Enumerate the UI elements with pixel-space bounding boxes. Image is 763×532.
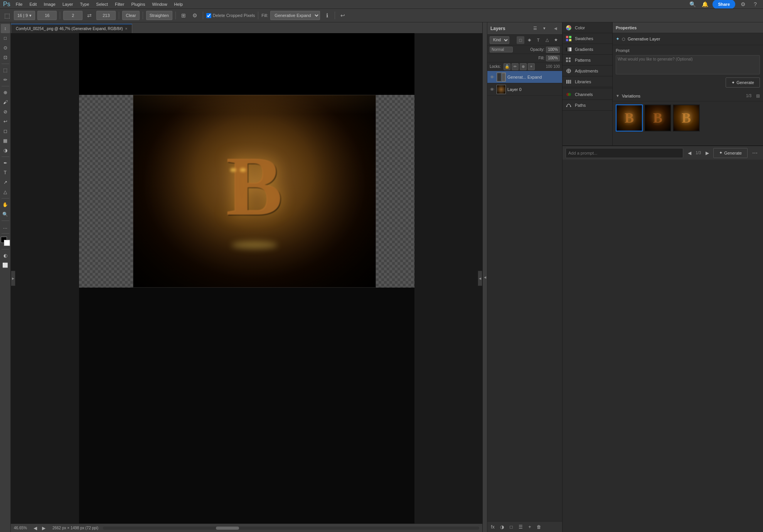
fill-input[interactable] <box>546 55 560 61</box>
search-btn[interactable]: 🔍 <box>688 0 697 9</box>
filter-type-icon[interactable]: T <box>534 36 542 44</box>
variations-grid-icon[interactable]: ⊞ <box>756 93 760 99</box>
healing-tool[interactable]: ⊕ <box>1 88 10 97</box>
bottom-nav-left[interactable]: ◀ <box>686 149 693 157</box>
layer-delete-btn[interactable]: 🗑 <box>535 523 543 531</box>
share-button[interactable]: Share <box>712 0 735 9</box>
layer-fx-btn[interactable]: fx <box>489 523 497 531</box>
clone-tool[interactable]: ⊘ <box>1 107 10 116</box>
zoom-tool[interactable]: 🔍 <box>1 210 10 219</box>
notifications-btn[interactable]: 🔔 <box>700 0 709 9</box>
layer-mask-btn[interactable]: □ <box>507 523 515 531</box>
panel-color[interactable]: Color <box>563 22 612 33</box>
quick-mask-tool[interactable]: ◐ <box>1 251 10 260</box>
selection-tool[interactable]: □ <box>1 34 10 43</box>
layer-new-btn[interactable]: + <box>526 523 534 531</box>
lock-pixels-btn[interactable]: ✏ <box>512 63 519 70</box>
bottom-generate-button[interactable]: ✦ Generate <box>713 148 748 158</box>
grid-icon[interactable]: ⊞ <box>179 11 188 20</box>
panel-libraries[interactable]: Libraries <box>563 76 612 87</box>
background-color[interactable] <box>4 240 10 246</box>
panel-channels[interactable]: Channels <box>563 89 612 100</box>
panel-gradients[interactable]: Gradients <box>563 44 612 55</box>
extra-tools[interactable]: … <box>1 222 10 232</box>
panel-paths[interactable]: Paths <box>563 100 612 111</box>
menu-window[interactable]: Window <box>149 1 170 7</box>
object-select-tool[interactable]: ⊡ <box>1 53 10 62</box>
lock-artboard-btn[interactable]: + <box>528 63 535 70</box>
reset-icon[interactable]: ↩ <box>338 11 347 20</box>
info-icon[interactable]: ℹ <box>322 11 332 20</box>
bottom-prompt-input[interactable] <box>566 148 683 158</box>
history-brush-tool[interactable]: ↩ <box>1 117 10 126</box>
variation-thumb-3[interactable]: B <box>673 104 700 131</box>
menu-help[interactable]: Help <box>171 1 186 7</box>
path-select-tool[interactable]: ↗ <box>1 178 10 187</box>
pen-tool[interactable]: ✒ <box>1 158 10 168</box>
hand-tool[interactable]: ✋ <box>1 200 10 209</box>
properties-generate-button[interactable]: ✦ Generate <box>726 77 760 88</box>
eraser-tool[interactable]: ◻ <box>1 126 10 136</box>
menu-type[interactable]: Type <box>77 1 92 7</box>
scroll-thumb[interactable] <box>216 527 239 530</box>
crop-tool-icon[interactable]: ⬚ <box>2 11 12 20</box>
filter-adjustment-icon[interactable]: ◈ <box>526 36 533 44</box>
straighten-button[interactable]: Straighten <box>146 11 172 20</box>
layers-collapse-btn[interactable]: ◀ <box>552 25 559 32</box>
lock-transparent-btn[interactable]: 🔒 <box>504 63 510 70</box>
layers-menu-icon[interactable]: ☰ <box>531 25 539 32</box>
rotation-input[interactable] <box>96 11 116 20</box>
collapse-left-btn[interactable]: ▶ <box>11 271 15 286</box>
text-tool[interactable]: T <box>1 168 10 177</box>
settings-btn[interactable]: ⚙ <box>738 0 748 9</box>
variations-toggle-icon[interactable]: ▼ <box>616 94 620 98</box>
panel-swatches[interactable]: Swatches <box>563 33 612 44</box>
dodge-tool[interactable]: ◑ <box>1 146 10 155</box>
collapse-panels-btn[interactable]: ◀ <box>483 22 487 532</box>
width-input[interactable] <box>37 11 57 20</box>
filter-shape-icon[interactable]: △ <box>543 36 551 44</box>
help-btn[interactable]: ? <box>751 0 760 9</box>
menu-edit[interactable]: Edit <box>26 1 40 7</box>
nav-right-btn[interactable]: ▶ <box>40 524 48 532</box>
move-tool[interactable]: ↕ <box>1 24 10 33</box>
bottom-more-button[interactable]: ⋯ <box>750 148 760 158</box>
ratio-dropdown[interactable]: 16 | 9 ▾ <box>14 11 35 20</box>
collapse-right-btn[interactable]: ◀ <box>478 271 482 286</box>
variation-thumb-1[interactable]: B <box>616 104 643 131</box>
menu-image[interactable]: Image <box>40 1 59 7</box>
layers-collapse-icon[interactable]: ▾ <box>541 25 548 32</box>
layer-group-btn[interactable]: ☰ <box>517 523 524 531</box>
clear-button[interactable]: Clear <box>122 11 139 20</box>
tab-close-btn[interactable]: × <box>125 27 128 31</box>
filter-smart-icon[interactable]: ★ <box>552 36 560 44</box>
height-input[interactable] <box>63 11 83 20</box>
filter-pixel-icon[interactable]: □ <box>517 36 524 44</box>
horizontal-scrollbar[interactable] <box>103 527 479 530</box>
gradient-tool[interactable]: ▦ <box>1 136 10 145</box>
menu-layer[interactable]: Layer <box>59 1 76 7</box>
nav-left-btn[interactable]: ◀ <box>32 524 39 532</box>
menu-select[interactable]: Select <box>93 1 111 7</box>
eyedropper-tool[interactable]: ✏ <box>1 75 10 84</box>
lasso-tool[interactable]: ⊙ <box>1 43 10 52</box>
layer-vis-1[interactable]: 👁 <box>489 75 495 79</box>
shape-tool[interactable]: △ <box>1 187 10 197</box>
layer-item-generative[interactable]: 👁 Generat... Expand <box>487 71 562 83</box>
layers-kind-select[interactable]: Kind <box>490 36 509 44</box>
variation-thumb-2[interactable]: B <box>644 104 671 131</box>
swap-icon[interactable]: ⇄ <box>85 11 94 20</box>
lock-position-btn[interactable]: ⊕ <box>520 63 527 70</box>
active-tab[interactable]: ComfyUI_00254_.png @ 46,7% (Generative E… <box>11 24 132 33</box>
prompt-textarea[interactable] <box>616 55 760 74</box>
crop-tool[interactable]: ⬚ <box>1 66 10 75</box>
menu-filter[interactable]: Filter <box>112 1 127 7</box>
menu-file[interactable]: File <box>13 1 26 7</box>
menu-plugins[interactable]: Plugins <box>128 1 148 7</box>
color-swatches[interactable] <box>1 237 10 246</box>
settings-crop-icon[interactable]: ⚙ <box>190 11 200 20</box>
layer-item-0[interactable]: 👁 Layer 0 <box>487 83 562 96</box>
panel-adjustments[interactable]: Adjustments <box>563 66 612 76</box>
delete-cropped-checkbox[interactable] <box>206 13 211 18</box>
opacity-input[interactable] <box>546 47 560 53</box>
